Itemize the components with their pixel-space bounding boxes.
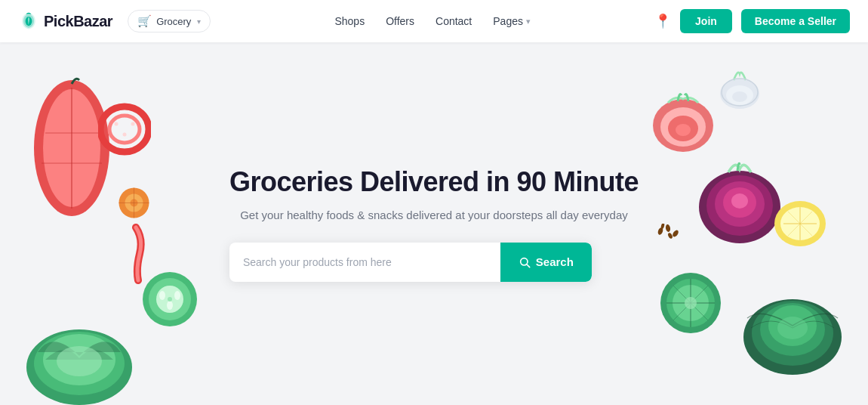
svg-point-29 [668, 116, 698, 141]
svg-point-61 [672, 229, 679, 238]
join-button[interactable]: Join [680, 9, 732, 33]
grocery-label: Grocery [156, 16, 191, 27]
svg-point-35 [699, 171, 780, 243]
svg-point-12 [125, 194, 143, 212]
svg-point-17 [149, 278, 191, 320]
svg-point-34 [722, 79, 758, 106]
svg-line-44 [788, 212, 812, 236]
svg-point-31 [720, 79, 759, 109]
svg-point-27 [653, 99, 713, 152]
small-onion-decoration [717, 65, 762, 110]
svg-point-47 [666, 279, 715, 327]
svg-point-36 [706, 175, 773, 236]
svg-point-57 [768, 305, 817, 346]
nav-pages[interactable]: Pages ▾ [493, 15, 531, 27]
hero-title: Groceries Delivered in 90 Minute [229, 166, 639, 198]
svg-point-7 [109, 116, 140, 143]
svg-point-58 [777, 317, 808, 339]
lime-decoration [657, 269, 725, 337]
nav-offers[interactable]: Offers [386, 15, 414, 27]
search-bar: Search [229, 243, 592, 282]
onion-half-decoration [649, 88, 717, 156]
lettuce-decoration [23, 307, 136, 405]
pages-chevron-icon: ▾ [526, 17, 531, 26]
hero-section: Groceries Delivered in 90 Minute Get you… [0, 42, 868, 405]
svg-point-59 [657, 227, 663, 235]
svg-point-22 [168, 297, 172, 301]
cucumber-decoration [140, 269, 200, 329]
logo-text: PickBazar [44, 13, 112, 30]
search-input[interactable] [229, 256, 500, 268]
svg-point-46 [660, 273, 721, 333]
main-nav: Shops Offers Contact Pages ▾ [334, 15, 531, 27]
nav-contact[interactable]: Contact [436, 15, 472, 27]
search-button[interactable]: Search [500, 243, 592, 282]
grocery-icon: 🛒 [137, 14, 152, 28]
svg-point-21 [167, 301, 173, 310]
svg-point-38 [723, 187, 756, 218]
svg-point-40 [774, 201, 826, 246]
logo-icon [18, 11, 39, 32]
pepper-ring-decoration [98, 103, 151, 156]
location-icon[interactable]: 📍 [654, 13, 671, 29]
svg-point-39 [731, 193, 748, 209]
svg-point-18 [156, 286, 183, 313]
chevron-down-icon: ▾ [197, 17, 201, 26]
search-icon [519, 256, 531, 268]
svg-point-62 [667, 232, 673, 239]
svg-point-25 [43, 334, 115, 385]
search-button-label: Search [536, 255, 574, 268]
svg-point-24 [34, 332, 125, 395]
svg-point-30 [676, 124, 691, 136]
svg-point-33 [732, 91, 747, 102]
svg-point-41 [780, 207, 820, 240]
svg-point-16 [143, 272, 197, 326]
svg-point-11 [119, 188, 149, 218]
svg-point-19 [159, 291, 165, 300]
hero-content: Groceries Delivered in 90 Minute Get you… [229, 166, 639, 282]
carrot-slice-decoration [117, 186, 151, 220]
logo[interactable]: PickBazar [18, 11, 112, 32]
header: PickBazar 🛒 Grocery ▾ Shops Offers Conta… [0, 0, 868, 42]
svg-point-9 [131, 122, 135, 126]
header-left: PickBazar 🛒 Grocery ▾ [18, 10, 211, 32]
nav-shops[interactable]: Shops [334, 15, 365, 27]
svg-point-48 [673, 285, 709, 321]
red-onion-decoration [694, 156, 785, 246]
lemon-decoration [770, 193, 830, 254]
svg-line-45 [788, 212, 812, 236]
svg-point-55 [752, 301, 833, 366]
svg-line-65 [527, 264, 530, 267]
svg-point-1 [34, 80, 109, 216]
grocery-selector[interactable]: 🛒 Grocery ▾ [128, 10, 211, 32]
svg-point-8 [115, 122, 119, 126]
svg-point-6 [100, 107, 149, 152]
svg-point-20 [174, 291, 180, 300]
hero-subtitle: Get your healthy foods & snacks delivere… [229, 209, 639, 221]
seeds-decoration [657, 224, 679, 239]
become-seller-button[interactable]: Become a Seller [741, 9, 850, 33]
svg-point-63 [660, 224, 665, 229]
svg-point-10 [123, 133, 127, 137]
svg-point-60 [665, 224, 671, 233]
pepper-strip-decoration [125, 224, 147, 284]
cabbage-decoration [740, 277, 845, 375]
svg-line-52 [673, 286, 708, 320]
svg-line-51 [673, 286, 708, 320]
svg-point-53 [685, 297, 697, 309]
header-right: 📍 Join Become a Seller [654, 9, 850, 33]
svg-point-32 [726, 85, 753, 105]
pepper-half-decoration [30, 73, 113, 224]
svg-point-23 [26, 329, 132, 405]
svg-point-13 [131, 199, 138, 207]
svg-point-26 [57, 346, 102, 376]
svg-point-2 [43, 89, 100, 207]
svg-point-56 [760, 303, 825, 356]
svg-point-37 [715, 181, 765, 227]
svg-point-28 [660, 107, 706, 147]
svg-point-54 [743, 299, 842, 375]
